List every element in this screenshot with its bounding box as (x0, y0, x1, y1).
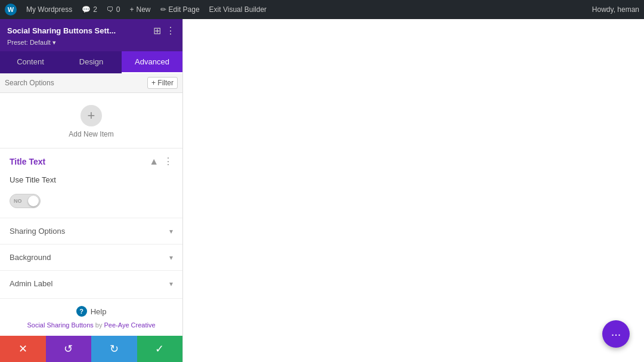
background-chevron: ▾ (169, 253, 173, 262)
exit-builder-label: Exit Visual Builder (209, 5, 267, 14)
sharing-options-section[interactable]: Sharing Options ▾ (0, 218, 182, 244)
toggle-row: NO (10, 194, 173, 218)
tab-advanced[interactable]: Advanced (122, 51, 182, 73)
panel-title-icons: ⊞ ⋮ (153, 25, 175, 36)
comments-link[interactable]: 💬 2 (82, 5, 97, 14)
preset-label: Preset: Default (7, 39, 51, 46)
sharing-options-label: Sharing Options (10, 227, 65, 236)
collapse-icon[interactable]: ▲ (149, 156, 159, 167)
edit-icon: ✏ (160, 5, 166, 14)
edit-page-link[interactable]: ✏ Edit Page (160, 5, 200, 14)
use-title-text-label: Use Title Text (10, 175, 56, 184)
new-label: New (137, 5, 151, 14)
by-text: by (95, 321, 103, 329)
canvas-inner (183, 19, 644, 362)
settings-panel: Social Sharing Buttons Sett... ⊞ ⋮ Prese… (0, 19, 183, 362)
filter-label: + Filter (151, 79, 174, 87)
add-new-item-section[interactable]: + Add New Item (0, 93, 182, 148)
fab-button[interactable]: ··· (602, 320, 630, 348)
fab-icon: ··· (611, 327, 621, 341)
search-bar: + Filter (0, 73, 182, 93)
admin-label-section[interactable]: Admin Label ▾ (0, 270, 182, 296)
panel-header: Social Sharing Buttons Sett... ⊞ ⋮ Prese… (0, 19, 182, 51)
panel-content: + Add New Item Title Text ▲ ⋮ Use Title … (0, 93, 182, 298)
title-text-section: Title Text ▲ ⋮ Use Title Text NO (0, 148, 182, 218)
howdy-text: Howdy, heman (592, 5, 639, 14)
site-name-link[interactable]: My Wordpress (26, 5, 72, 14)
plugin-credit: Social Sharing Buttons by Pee-Aye Creati… (27, 321, 155, 329)
speech-icon: 🗨 (107, 5, 114, 14)
edit-page-label: Edit Page (169, 5, 200, 14)
filter-button[interactable]: + Filter (147, 77, 178, 89)
comments-icon: 💬 (82, 5, 91, 14)
search-input[interactable] (5, 79, 144, 87)
cancel-icon: ✕ (18, 342, 27, 355)
title-text-label: Title Text (10, 157, 45, 166)
canvas-area[interactable]: ··· (183, 19, 644, 362)
title-text-controls: ▲ ⋮ (149, 156, 173, 167)
admin-label-label: Admin Label (10, 279, 52, 288)
plus-icon: + (130, 5, 134, 14)
toggle-knob (28, 196, 39, 206)
admin-label-chevron: ▾ (169, 280, 173, 288)
panel-icon-columns[interactable]: ⊞ (153, 25, 161, 36)
tab-content[interactable]: Content (0, 51, 61, 73)
preset-arrow: ▾ (52, 39, 56, 46)
save-icon: ✓ (155, 342, 164, 355)
comments-count: 2 (93, 5, 97, 14)
plugin-author-link[interactable]: Pee-Aye Creative (104, 321, 156, 329)
use-title-text-toggle[interactable]: NO (10, 194, 41, 208)
background-section[interactable]: Background ▾ (0, 244, 182, 270)
more-options-icon[interactable]: ⋮ (163, 156, 173, 167)
new-link[interactable]: + New (130, 5, 151, 14)
main-layout: Social Sharing Buttons Sett... ⊞ ⋮ Prese… (0, 19, 644, 362)
help-icon: ? (76, 306, 87, 317)
sharing-options-chevron: ▾ (169, 227, 173, 236)
panel-footer: ? Help Social Sharing Buttons by Pee-Aye… (0, 298, 182, 336)
use-title-text-field: Use Title Text (10, 175, 173, 194)
help-label: Help (91, 307, 107, 316)
save-button[interactable]: ✓ (137, 336, 183, 362)
help-link[interactable]: ? Help (76, 306, 107, 317)
plugin-name-link[interactable]: Social Sharing Buttons (27, 321, 93, 329)
speech-count: 0 (116, 5, 120, 14)
add-item-label: Add New Item (69, 130, 113, 138)
cancel-button[interactable]: ✕ (0, 336, 46, 362)
add-item-circle: + (80, 105, 102, 126)
toggle-text: NO (14, 198, 22, 204)
title-text-header: Title Text ▲ ⋮ (10, 156, 173, 167)
panel-icon-more[interactable]: ⋮ (166, 25, 175, 36)
site-name: My Wordpress (26, 5, 72, 14)
tab-design[interactable]: Design (61, 51, 122, 73)
redo-icon: ↻ (110, 342, 119, 355)
panel-tabs: Content Design Advanced (0, 51, 182, 73)
exit-builder-link[interactable]: Exit Visual Builder (209, 5, 267, 14)
topbar: W My Wordpress 💬 2 🗨 0 + New ✏ Edit Page… (0, 0, 644, 19)
background-label: Background (10, 253, 51, 262)
redo-button[interactable]: ↻ (91, 336, 137, 362)
undo-button[interactable]: ↺ (46, 336, 92, 362)
panel-title: Social Sharing Buttons Sett... (7, 26, 116, 35)
panel-preset[interactable]: Preset: Default ▾ (7, 39, 175, 47)
undo-icon: ↺ (64, 342, 73, 355)
speech-link[interactable]: 🗨 0 (107, 5, 120, 14)
bottom-toolbar: ✕ ↺ ↻ ✓ (0, 336, 182, 362)
wp-icon[interactable]: W (5, 4, 17, 16)
